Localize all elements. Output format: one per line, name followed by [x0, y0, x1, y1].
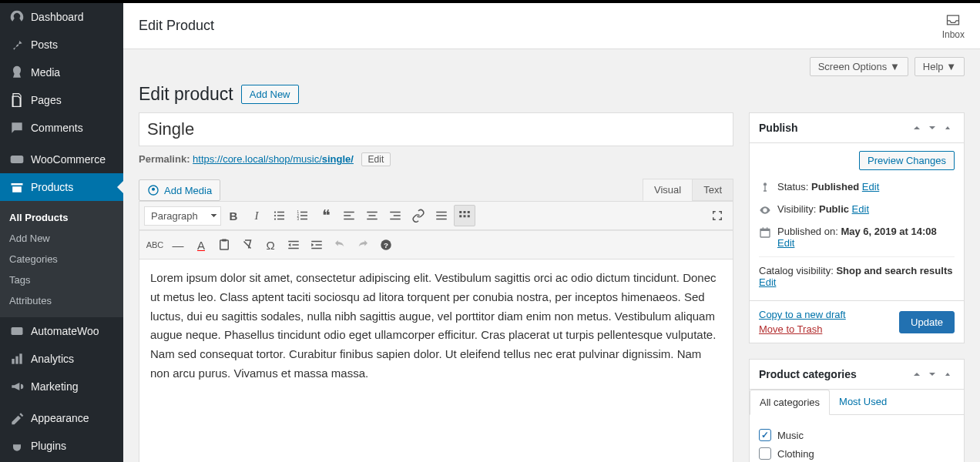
submenu-item-attributes[interactable]: Attributes	[0, 290, 123, 311]
main-content: Edit Product Inbox Screen Options ▼ Help…	[123, 3, 980, 462]
preview-button[interactable]: Preview Changes	[859, 151, 955, 170]
eye-icon	[759, 204, 771, 216]
outdent-button[interactable]	[283, 234, 304, 256]
tab-most-used[interactable]: Most Used	[830, 390, 896, 414]
align-center-button[interactable]	[361, 205, 383, 226]
strikethrough-button[interactable]: ABC	[144, 234, 166, 256]
svg-rect-47	[763, 227, 764, 229]
move-up-icon[interactable]	[910, 367, 924, 381]
move-down-icon[interactable]	[925, 121, 939, 135]
link-button[interactable]	[408, 205, 429, 226]
permalink-link[interactable]: https://core.local/shop/music/single/	[193, 153, 354, 165]
sidebar-item-dashboard[interactable]: Dashboard	[0, 3, 123, 31]
svg-rect-42	[311, 248, 322, 249]
sidebar-item-marketing[interactable]: Marketing	[0, 373, 123, 400]
fullscreen-button[interactable]	[706, 205, 728, 226]
permalink: Permalink: https://core.local/shop/music…	[139, 146, 733, 172]
submenu-item-categories[interactable]: Categories	[0, 249, 123, 270]
svg-rect-23	[390, 212, 401, 213]
indent-button[interactable]	[306, 234, 327, 256]
svg-rect-2	[12, 359, 14, 364]
sidebar-item-comments[interactable]: Comments	[0, 114, 123, 142]
submenu-item-all-products[interactable]: All Products	[0, 207, 123, 228]
sidebar-item-analytics[interactable]: Analytics	[0, 345, 123, 373]
copy-draft-link[interactable]: Copy to a new draft	[759, 309, 846, 320]
numbered-list-button[interactable]: 123	[292, 205, 314, 226]
move-up-icon[interactable]	[910, 121, 924, 135]
inbox-button[interactable]: Inbox	[942, 12, 965, 40]
svg-rect-20	[367, 212, 378, 213]
add-new-button[interactable]: Add New	[241, 85, 299, 104]
categories-title: Product categories	[759, 368, 857, 380]
align-left-button[interactable]	[338, 205, 360, 226]
admin-sidebar: DashboardPostsMediaPagesCommentsWooComme…	[0, 3, 123, 462]
italic-button[interactable]: I	[246, 205, 267, 226]
align-right-button[interactable]	[384, 205, 406, 226]
toolbar-toggle-button[interactable]	[454, 205, 475, 226]
svg-text:3: 3	[297, 217, 300, 221]
submenu-item-add-new[interactable]: Add New	[0, 228, 123, 249]
category-checkbox[interactable]	[759, 447, 771, 460]
catalog-edit-link[interactable]: Edit	[759, 276, 776, 288]
svg-rect-40	[311, 241, 322, 243]
trash-link[interactable]: Move to Trash	[759, 323, 846, 335]
help-icon-button[interactable]: ?	[375, 234, 397, 256]
svg-rect-16	[300, 219, 307, 220]
text-color-button[interactable]: A	[190, 234, 212, 256]
bullet-list-button[interactable]	[269, 205, 290, 226]
move-down-icon[interactable]	[925, 367, 939, 381]
svg-point-5	[274, 211, 276, 213]
toggle-icon[interactable]	[941, 121, 955, 135]
redo-button[interactable]	[352, 234, 374, 256]
blockquote-button[interactable]: ❝	[315, 205, 337, 226]
help-button[interactable]: Help ▼	[915, 57, 965, 76]
tab-text[interactable]: Text	[692, 179, 733, 201]
undo-button[interactable]	[329, 234, 351, 256]
submenu-item-tags[interactable]: Tags	[0, 270, 123, 290]
svg-rect-46	[760, 229, 770, 231]
svg-rect-30	[464, 211, 466, 213]
paste-text-button[interactable]	[213, 234, 235, 256]
svg-rect-25	[390, 219, 401, 220]
format-select[interactable]: Paragraph	[144, 206, 221, 226]
visibility-edit-link[interactable]: Edit	[852, 203, 869, 215]
product-title-input[interactable]	[139, 112, 733, 146]
update-button[interactable]: Update	[899, 311, 955, 333]
svg-rect-12	[300, 212, 307, 213]
svg-rect-8	[277, 215, 284, 216]
tab-all-categories[interactable]: All categories	[750, 390, 830, 415]
editor-content[interactable]: Lorem ipsum dolor sit amet, consectetur …	[139, 259, 733, 462]
add-media-button[interactable]: Add Media	[139, 179, 220, 201]
svg-rect-26	[436, 212, 447, 213]
sidebar-item-pages[interactable]: Pages	[0, 86, 123, 114]
svg-rect-39	[288, 248, 299, 249]
status-edit-link[interactable]: Edit	[862, 181, 879, 192]
tab-visual[interactable]: Visual	[643, 179, 693, 201]
sidebar-item-woocommerce[interactable]: WooCommerce	[0, 146, 123, 173]
date-edit-link[interactable]: Edit	[777, 237, 794, 249]
svg-rect-38	[293, 244, 299, 246]
publish-title: Publish	[759, 122, 798, 134]
more-button[interactable]	[431, 205, 452, 226]
hr-button[interactable]: —	[167, 234, 189, 256]
sidebar-item-media[interactable]: Media	[0, 59, 123, 86]
bold-button[interactable]: B	[223, 205, 244, 226]
page-title: Edit product	[139, 84, 233, 105]
screen-options-button[interactable]: Screen Options ▼	[810, 57, 908, 76]
svg-rect-29	[459, 211, 461, 213]
sidebar-item-appearance[interactable]: Appearance	[0, 404, 123, 432]
special-char-button[interactable]: Ω	[260, 234, 281, 256]
sidebar-item-products[interactable]: Products	[0, 173, 123, 201]
permalink-edit-button[interactable]: Edit	[361, 152, 391, 166]
sidebar-item-plugins[interactable]: Plugins	[0, 432, 123, 460]
svg-rect-17	[344, 212, 354, 213]
categories-box: Product categories All categories Most U…	[749, 359, 965, 462]
sidebar-item-posts[interactable]: Posts	[0, 31, 123, 59]
inbox-icon	[945, 12, 961, 28]
svg-rect-21	[369, 215, 376, 216]
clear-formatting-button[interactable]	[237, 234, 258, 256]
category-checkbox[interactable]	[759, 429, 771, 441]
sidebar-item-automatewoo[interactable]: AutomateWoo	[0, 317, 123, 345]
category-item: Music	[759, 426, 955, 444]
toggle-icon[interactable]	[941, 367, 955, 381]
